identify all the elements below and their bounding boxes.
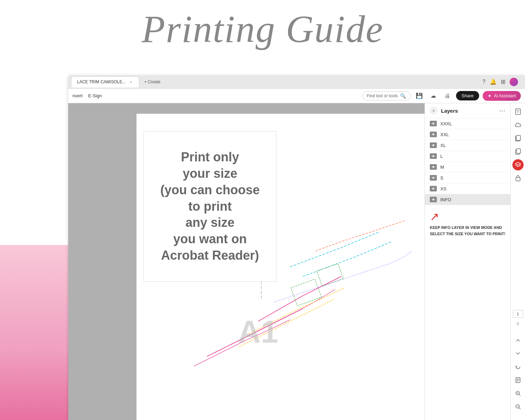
layer-item-xxl[interactable]: XXL bbox=[425, 129, 510, 140]
pdf-viewer[interactable]: A1 Print only your size (you can choose … bbox=[68, 103, 425, 420]
layer-name-xxl: XXL bbox=[440, 132, 449, 137]
page-number-8: 8 bbox=[513, 320, 523, 328]
layer-item-xxxl[interactable]: XXXL bbox=[425, 118, 510, 129]
tab-label: LACE TRIM CAMISOLE... bbox=[77, 79, 126, 84]
info-section: ↗ KEEP INFO LAYER IN VIEW MODE AND SELEC… bbox=[425, 205, 510, 242]
layer-item-l[interactable]: L bbox=[425, 151, 510, 162]
layer-eye-m bbox=[430, 164, 437, 170]
sidebar-cloud-icon[interactable] bbox=[512, 119, 524, 131]
print-icon-button[interactable]: 🖨 bbox=[442, 91, 453, 101]
sidebar-pages-icon[interactable] bbox=[512, 133, 524, 144]
toolbar-right: Find text or tools 🔍 💾 ☁ 🖨 Share ✦ AI As… bbox=[362, 91, 521, 101]
svg-rect-0 bbox=[291, 279, 322, 306]
zoom-in-icon[interactable] bbox=[512, 388, 524, 399]
svg-rect-18 bbox=[516, 109, 520, 114]
sidebar-layers-icon[interactable] bbox=[512, 159, 524, 170]
page-number-1[interactable]: 1 bbox=[513, 310, 523, 318]
instruction-box: Print only your size (you can choose to … bbox=[144, 131, 276, 282]
layers-panel: × Layers ⋯ XXXL XXL bbox=[425, 103, 510, 420]
browser-tab-active[interactable]: LACE TRIM CAMISOLE... × bbox=[71, 76, 139, 88]
info-instruction-text: KEEP INFO LAYER IN VIEW MODE AND SELECT … bbox=[430, 225, 505, 237]
help-icon[interactable]: ? bbox=[482, 79, 485, 85]
layers-header-left: × Layers bbox=[430, 107, 458, 114]
svg-point-5 bbox=[433, 134, 434, 135]
search-bar[interactable]: Find text or tools 🔍 bbox=[362, 91, 411, 100]
layer-item-xs[interactable]: XS bbox=[425, 183, 510, 194]
sidebar-lock-icon[interactable] bbox=[512, 173, 524, 184]
sidebar-bookmark-icon[interactable] bbox=[512, 106, 524, 117]
layers-close-button[interactable]: × bbox=[430, 107, 438, 114]
layer-eye-xxxl bbox=[430, 121, 437, 126]
notifications-icon[interactable]: 🔔 bbox=[490, 78, 497, 85]
browser-window: LACE TRIM CAMISOLE... × + Create ? 🔔 ⊞ n… bbox=[68, 75, 525, 420]
ai-label: AI Assistant bbox=[494, 93, 516, 98]
sidebar-copy-icon[interactable] bbox=[512, 146, 524, 157]
svg-point-9 bbox=[433, 155, 434, 157]
chevron-up-icon[interactable] bbox=[512, 335, 524, 346]
page-title: Printing Guide bbox=[0, 7, 525, 51]
layer-item-info[interactable]: INFO bbox=[425, 194, 510, 205]
cloud-upload-icon-button[interactable]: ☁ bbox=[428, 91, 439, 101]
layer-eye-s bbox=[430, 175, 437, 181]
layer-eye-xl bbox=[430, 142, 437, 148]
layer-eye-info bbox=[430, 197, 437, 202]
tab-close-button[interactable]: × bbox=[128, 79, 133, 84]
apps-icon[interactable]: ⊞ bbox=[501, 78, 505, 85]
layer-eye-l bbox=[430, 153, 437, 159]
svg-rect-25 bbox=[516, 177, 520, 181]
layers-header: × Layers ⋯ bbox=[425, 103, 510, 118]
page-watermark: A1 bbox=[238, 314, 278, 350]
search-icon: 🔍 bbox=[400, 93, 406, 99]
browser-toolbar: nvert E-Sign Find text or tools 🔍 💾 ☁ 🖨 … bbox=[68, 89, 525, 103]
layer-name-s: S bbox=[440, 175, 443, 181]
layers-list: XXXL XXL XL bbox=[425, 118, 510, 205]
svg-point-3 bbox=[433, 123, 434, 124]
chevron-down-icon[interactable] bbox=[512, 348, 524, 359]
layer-name-l: L bbox=[440, 154, 443, 159]
ai-assistant-button[interactable]: ✦ AI Assistant bbox=[483, 91, 521, 101]
svg-point-7 bbox=[433, 145, 434, 146]
menu-convert[interactable]: nvert bbox=[72, 93, 83, 98]
layer-eye-xxl bbox=[430, 132, 437, 137]
layers-more-button[interactable]: ⋯ bbox=[499, 107, 505, 114]
svg-rect-1 bbox=[317, 264, 343, 286]
svg-point-17 bbox=[433, 199, 434, 200]
tab-left-section: LACE TRIM CAMISOLE... × + Create bbox=[71, 76, 164, 88]
right-sidebar: 1 8 bbox=[510, 103, 525, 420]
save-icon-button[interactable]: 💾 bbox=[414, 91, 425, 101]
tab-right-icons: ? 🔔 ⊞ bbox=[482, 78, 522, 86]
pdf-page: A1 Print only your size (you can choose … bbox=[136, 114, 425, 420]
layer-name-xl: XL bbox=[440, 143, 446, 148]
document-icon[interactable] bbox=[512, 374, 524, 386]
share-button[interactable]: Share bbox=[456, 91, 479, 100]
tab-bar: LACE TRIM CAMISOLE... × + Create ? 🔔 ⊞ bbox=[68, 75, 525, 89]
refresh-icon[interactable] bbox=[512, 361, 524, 372]
layer-name-xs: XS bbox=[440, 186, 446, 191]
svg-rect-22 bbox=[516, 135, 520, 140]
layer-name-info: INFO bbox=[440, 197, 451, 202]
profile-icon[interactable] bbox=[510, 78, 518, 86]
menu-esign[interactable]: E-Sign bbox=[88, 93, 102, 98]
layer-item-m[interactable]: M bbox=[425, 162, 510, 173]
svg-point-13 bbox=[433, 177, 434, 178]
layers-title: Layers bbox=[441, 108, 458, 114]
instruction-text: Print only your size (you can choose to … bbox=[160, 149, 260, 264]
layer-eye-xs bbox=[430, 186, 437, 191]
main-content: A1 Print only your size (you can choose … bbox=[68, 103, 525, 420]
ai-icon: ✦ bbox=[488, 93, 492, 99]
search-label: Find text or tools bbox=[367, 93, 398, 98]
layer-item-xl[interactable]: XL bbox=[425, 140, 510, 151]
svg-point-15 bbox=[433, 188, 434, 189]
svg-point-11 bbox=[433, 166, 434, 168]
toolbar-menu: nvert E-Sign bbox=[72, 93, 102, 98]
svg-line-35 bbox=[519, 408, 520, 409]
new-tab-button[interactable]: + Create bbox=[141, 78, 164, 86]
arrow-icon: ↗ bbox=[430, 210, 505, 223]
svg-line-31 bbox=[519, 394, 520, 396]
layer-name-m: M bbox=[440, 164, 444, 170]
zoom-out-icon[interactable] bbox=[512, 401, 524, 412]
svg-rect-24 bbox=[517, 149, 520, 153]
layer-name-xxxl: XXXL bbox=[440, 121, 452, 126]
layer-item-s[interactable]: S bbox=[425, 173, 510, 183]
